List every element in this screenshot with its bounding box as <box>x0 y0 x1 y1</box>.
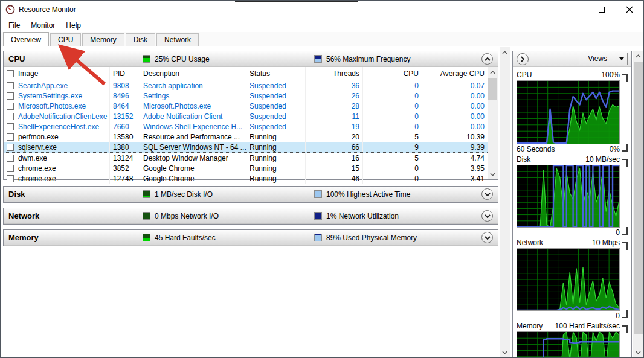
network-expand-button[interactable] <box>481 210 493 222</box>
hard-faults-label: 45 Hard Faults/sec <box>155 234 216 242</box>
process-image-name: sqlservr.exe <box>18 143 57 152</box>
process-cpu: 5 <box>414 133 419 141</box>
process-image-name: Microsoft.Photos.exe <box>18 102 86 110</box>
process-pid: 13124 <box>113 154 133 162</box>
row-checkbox[interactable] <box>7 103 14 110</box>
process-description: Settings <box>143 92 169 100</box>
maximize-icon <box>599 7 605 13</box>
process-status: Suspended <box>250 123 286 131</box>
memory-section-header[interactable]: Memory 45 Hard Faults/sec 89% Used Physi… <box>4 230 498 246</box>
cpu-usage-label: 25% CPU Usage <box>155 55 210 63</box>
tab-disk[interactable]: Disk <box>126 33 155 46</box>
process-description: Google Chrome <box>143 174 195 183</box>
views-dropdown-arrow[interactable] <box>616 53 627 65</box>
memory-expand-button[interactable] <box>481 232 493 243</box>
process-cpu: 0 <box>414 102 419 110</box>
process-description: Desktop Window Manager <box>143 154 228 162</box>
col-average-cpu: Average CPU <box>422 67 488 80</box>
row-checkbox[interactable] <box>7 144 14 151</box>
table-row[interactable]: perfmon.exe 13580 Resource and Performan… <box>4 132 488 142</box>
chevron-up-icon <box>485 57 491 61</box>
row-checkbox[interactable] <box>7 92 14 100</box>
table-row[interactable]: SystemSettings.exe 8496 Settings Suspend… <box>4 91 488 101</box>
scroll-down-icon[interactable] <box>500 347 510 357</box>
network-section-header[interactable]: Network 0 Mbps Network I/O 1% Network Ut… <box>4 208 498 224</box>
process-status: Running <box>250 133 277 141</box>
minimize-button[interactable] <box>560 1 588 19</box>
process-threads: 36 <box>352 82 359 90</box>
process-threads: 26 <box>352 92 359 100</box>
table-row[interactable]: dwm.exe 13124 Desktop Window Manager Run… <box>4 153 488 163</box>
chevron-down-icon <box>485 214 491 218</box>
tab-overview[interactable]: Overview <box>3 32 49 46</box>
col-image: Image <box>18 69 38 78</box>
disk-section-header[interactable]: Disk 1 MB/sec Disk I/O 100% Highest Acti… <box>4 187 498 202</box>
scroll-up-icon[interactable] <box>633 51 643 61</box>
tabstrip: Overview CPU Memory Disk Network <box>1 32 643 46</box>
graphs-scrollbar[interactable] <box>633 51 643 357</box>
process-pid: 1380 <box>113 143 129 152</box>
table-row[interactable]: chrome.exe 12748 Google Chrome Running 4… <box>4 173 488 184</box>
disk-active-meter-icon <box>314 190 322 198</box>
tab-cpu[interactable]: CPU <box>50 33 81 46</box>
scroll-down-icon[interactable] <box>633 347 643 357</box>
page-scrollbar[interactable] <box>500 47 510 357</box>
disk-graph-min-label: 0 <box>616 228 620 237</box>
scroll-up-icon[interactable] <box>500 47 510 57</box>
process-image-name: chrome.exe <box>18 164 56 173</box>
table-row[interactable]: sqlservr.exe 1380 SQL Server Windows NT … <box>4 142 488 153</box>
process-pid: 13152 <box>113 112 133 121</box>
menu-monitor[interactable]: Monitor <box>25 20 60 31</box>
menu-file[interactable]: File <box>3 20 25 31</box>
cpu-section-header[interactable]: CPU 25% CPU Usage 56% Maximum Frequency <box>4 51 498 67</box>
row-checkbox[interactable] <box>7 123 14 130</box>
row-checkbox[interactable] <box>7 82 14 89</box>
network-io-meter-icon <box>143 212 150 220</box>
table-row[interactable]: chrome.exe 3852 Google Chrome Running 15… <box>4 163 488 173</box>
memory-graph <box>517 331 620 357</box>
disk-expand-button[interactable] <box>481 188 493 200</box>
process-average-cpu: 3.41 <box>471 174 485 183</box>
table-row[interactable]: SearchApp.exe 9808 Search application Su… <box>4 80 488 91</box>
hard-faults-meter-icon <box>143 234 150 241</box>
col-threads: Threads <box>306 67 363 80</box>
cpu-usage-meter-icon <box>143 55 150 63</box>
disk-graph-max-label: 10 MB/sec <box>585 155 620 164</box>
process-threads: 66 <box>352 143 359 152</box>
maximize-button[interactable] <box>588 1 616 19</box>
network-graph-block: Network 10 Mbps 0 <box>517 237 628 321</box>
row-checkbox[interactable] <box>7 155 14 162</box>
row-checkbox[interactable] <box>7 133 14 141</box>
collapse-graphs-button[interactable] <box>517 53 529 65</box>
table-scrollbar[interactable] <box>488 67 498 179</box>
table-scrollbar-thumb[interactable] <box>488 78 497 100</box>
scroll-up-icon[interactable] <box>488 67 498 77</box>
graphs-scrollbar-thumb[interactable] <box>634 62 643 334</box>
row-checkbox[interactable] <box>7 175 14 182</box>
process-image-name: AdobeNotificationClient.exe <box>18 112 107 121</box>
table-row[interactable]: Microsoft.Photos.exe 8464 Microsoft.Phot… <box>4 101 488 111</box>
tab-network[interactable]: Network <box>156 33 199 46</box>
table-row[interactable]: ShellExperienceHost.exe 7660 Windows She… <box>4 121 488 132</box>
table-header-row[interactable]: Image PID Description Status Threads CPU… <box>4 67 488 80</box>
close-button[interactable] <box>616 1 643 19</box>
table-row[interactable]: AdobeNotificationClient.exe 13152 Adobe … <box>4 111 488 121</box>
scroll-down-icon[interactable] <box>488 169 498 179</box>
network-io-label: 0 Mbps Network I/O <box>155 212 219 220</box>
scale-bracket <box>622 227 628 235</box>
resource-monitor-icon <box>5 5 15 14</box>
tab-memory[interactable]: Memory <box>82 33 124 46</box>
process-cpu: 0 <box>414 174 419 183</box>
network-util-label: 1% Network Utilization <box>326 212 399 220</box>
disk-graph <box>517 165 620 228</box>
chevron-down-icon <box>485 193 491 196</box>
views-button[interactable]: Views <box>579 53 628 65</box>
process-image-name: SearchApp.exe <box>18 82 68 90</box>
menu-help[interactable]: Help <box>60 20 86 31</box>
select-all-checkbox[interactable] <box>7 70 14 77</box>
process-threads: 19 <box>352 123 359 131</box>
cpu-collapse-button[interactable] <box>481 53 493 65</box>
process-status: Suspended <box>250 82 286 90</box>
row-checkbox[interactable] <box>7 113 14 120</box>
row-checkbox[interactable] <box>7 165 14 172</box>
